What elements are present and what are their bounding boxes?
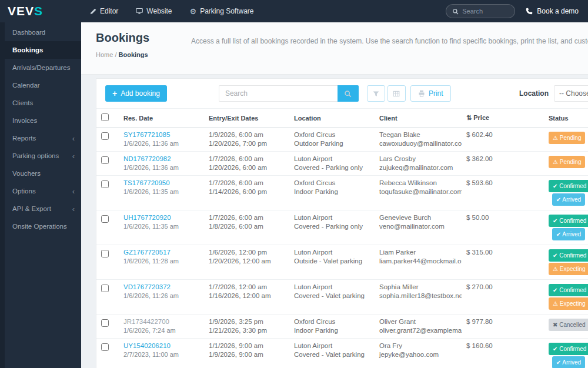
booking-id-link[interactable]: TS1767720950 [123,179,170,186]
entry-date: 1/7/2026, 12:00 am [209,283,285,292]
plus-icon: + [112,89,117,98]
sidebar-item[interactable]: Dashboard [5,24,81,41]
price-value: $ 362.00 [462,152,544,176]
status-cell: ✖ Cancelled [544,315,588,339]
sidebar-item[interactable]: Clients [5,94,81,112]
client-email: toqufasuke@mailinator.com [379,188,457,196]
vevs-logo[interactable]: VEVS [0,4,81,18]
row-checkbox[interactable] [101,319,109,327]
chevron-left-icon: ‹ [72,188,75,195]
col-res-date[interactable]: Res. Date [119,109,204,128]
price-value: $ 593.60 [462,176,544,210]
location-select[interactable]: -- Choose -- [554,85,588,102]
reservation-date: 1/6/2026, 11:35 am [123,188,199,196]
location-name: Luton Airport [294,213,370,222]
page-title: Bookings [96,31,165,45]
booking-id-link[interactable]: UH1767720920 [123,214,171,221]
menu-website[interactable]: Website [127,0,181,22]
sidebar-item[interactable]: Reports ‹ [5,129,81,147]
chevron-left-icon: ‹ [72,205,75,213]
sidebar-item[interactable]: Bookings [5,41,81,59]
status-badge: ⚠ Expecting [549,297,588,310]
sidebar-item[interactable]: Options ‹ [5,182,81,200]
row-checkbox[interactable] [101,215,109,223]
breadcrumb-home[interactable]: Home [96,51,113,58]
menu-parking-software-label: Parking Software [200,7,253,15]
table-row: TS1767720950 1/6/2026, 11:35 am 1/7/2026… [96,176,588,210]
exit-date: 1/9/2026, 9:00 am [209,350,285,359]
topbar-search-input[interactable] [462,8,503,15]
client-name: Lars Crosby [379,155,457,163]
row-checkbox[interactable] [101,156,109,164]
status-cell: ⚠ Pending [544,152,588,176]
sidebar-item[interactable]: API & Export ‹ [5,200,81,218]
row-checkbox[interactable] [101,250,109,257]
row-checkbox[interactable] [101,343,109,351]
col-price[interactable]: ⇅Price [462,109,544,128]
exit-date: 1/8/2026, 6:00 am [209,222,285,231]
add-booking-button[interactable]: + Add booking [105,85,167,102]
booking-id-link[interactable]: GZ1767720517 [123,249,171,256]
exit-date: 1/20/2026, 6:00 am [209,163,285,172]
col-location[interactable]: Location [289,109,375,128]
sidebar-item[interactable]: Calendar [5,76,81,94]
sidebar: Dashboard Bookings Arrivals/Departures C… [5,22,81,368]
client-email: jepyke@yahoo.com [379,350,457,359]
topbar-right: Book a demo [446,4,588,18]
booking-id-link[interactable]: SY1767721085 [123,131,170,138]
location-type: Outside - Valet parking [294,257,370,266]
status-badge: ✔ Confirmed [549,180,588,192]
filter-button[interactable] [367,85,385,102]
reservation-date: 1/6/2026, 11:28 am [123,257,199,266]
status-cell: ⚠ Pending [544,128,588,152]
status-cell: ✔ Confirmed ⚠ Expecting [544,245,588,280]
print-button[interactable]: Print [410,85,451,102]
sidebar-item-label: Clients [12,99,75,106]
location-name: Luton Airport [294,342,370,350]
booking-id-link[interactable]: ND1767720982 [123,155,171,162]
breadcrumb-current: Bookings [119,51,148,58]
col-status[interactable]: Status [544,109,588,128]
topbar-search[interactable] [446,4,515,18]
booking-id-link[interactable]: JR1734422700 [123,318,169,325]
booking-id-link[interactable]: VD1767720372 [123,283,171,290]
book-demo-button[interactable]: Book a demo [526,7,579,15]
location-type: Covered - Valet parking [294,292,370,300]
entry-date: 1/1/2026, 9:00 am [209,342,285,350]
menu-editor[interactable]: Editor [81,0,127,22]
reservation-date: 1/6/2026, 11:26 am [123,292,199,300]
select-all-checkbox[interactable] [101,113,109,121]
row-checkbox[interactable] [101,132,109,140]
sidebar-item[interactable]: Arrivals/Departures [5,59,81,76]
client-name: Teegan Blake [379,131,457,139]
row-checkbox[interactable] [101,180,109,188]
sidebar-item-label: Arrivals/Departures [12,64,75,71]
table-body: SY1767721085 1/6/2026, 11:36 am 1/9/2026… [96,128,588,368]
client-name: Ora Fry [379,342,457,350]
sort-icon: ⇅ [466,114,472,121]
status-cell: ✔ Confirmed ⚠ Expecting [544,280,588,315]
chevron-left-icon: ‹ [72,152,75,160]
status-badge: ✖ Cancelled [549,319,588,331]
search-input[interactable] [219,85,338,102]
client-name: Rebecca Wilkinson [379,179,457,188]
search-button[interactable] [338,85,359,102]
menu-parking-software[interactable]: ⚙ Parking Software [181,0,263,22]
sidebar-item[interactable]: Onsite Operations [5,218,81,235]
sidebar-item[interactable]: Invoices [5,112,81,129]
sidebar-item[interactable]: Parking options ‹ [5,147,81,165]
sidebar-item[interactable]: Vouchers [5,165,81,182]
sidebar-item-label: API & Export [12,205,72,212]
menu-website-label: Website [146,7,172,15]
booking-id-link[interactable]: UY1540206210 [123,342,171,349]
sidebar-item-label: Vouchers [12,170,75,177]
logo-accent-text: S [34,4,43,18]
location-name: Luton Airport [294,248,370,257]
sidebar-item-label: Onsite Operations [12,223,75,230]
pencil-icon [90,8,96,15]
col-client[interactable]: Client [375,109,462,128]
col-price-label: Price [473,114,489,121]
col-entry-exit[interactable]: Entry/Exit Dates [204,109,289,128]
columns-button[interactable] [387,85,406,102]
row-checkbox[interactable] [101,285,109,292]
